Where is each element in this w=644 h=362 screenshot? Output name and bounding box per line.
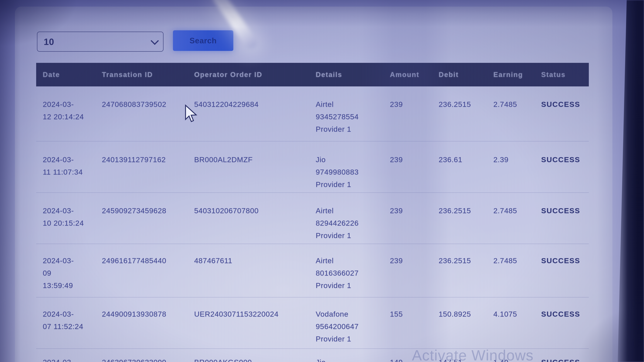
cell-transaction-id: 247068083739502 xyxy=(102,98,194,141)
cell-status: SUCCESS xyxy=(541,356,589,362)
table-row: 2024-03-10 20:15:24245909273459628540310… xyxy=(36,193,589,244)
cell-date: 2024-03-11 11:07:34 xyxy=(43,153,102,192)
table-body: 2024-03-12 20:14:24247068083739502540312… xyxy=(36,86,589,362)
cell-amount: 239 xyxy=(390,254,439,297)
cell-status: SUCCESS xyxy=(541,204,589,244)
cell-operator-order-id: 540310206707800 xyxy=(194,204,316,244)
transactions-table: DateTransation IDOperator Order IDDetail… xyxy=(36,63,589,362)
column-header: Debit xyxy=(439,71,494,78)
column-header: Operator Order ID xyxy=(194,71,316,78)
cell-debit: 150.8925 xyxy=(439,308,494,349)
cell-details: Vodafone9564200647Provider 1 xyxy=(316,308,390,349)
cell-earning: 2.7485 xyxy=(494,204,541,244)
cell-status: SUCCESS xyxy=(541,308,589,349)
cell-earning: 2.7485 xyxy=(494,98,541,141)
table-header-row: DateTransation IDOperator Order IDDetail… xyxy=(36,63,589,86)
cell-date: 2024-03-0913:59:49 xyxy=(43,254,102,297)
cell-amount: 239 xyxy=(390,204,439,244)
page-background: 10 Search DateTransation IDOperator Orde… xyxy=(0,0,644,362)
cell-status: SUCCESS xyxy=(541,153,589,192)
cell-transaction-id: 244900913930878 xyxy=(102,308,194,349)
cell-details: Jio xyxy=(316,356,390,362)
cell-date: 2024-03- xyxy=(43,356,102,362)
column-header: Earning xyxy=(494,71,541,78)
cell-details: Airtel8016366027Provider 1 xyxy=(316,254,390,297)
cell-debit: 236.2515 xyxy=(439,204,494,244)
table-row: 2024-03-12 20:14:24247068083739502540312… xyxy=(36,86,589,141)
cell-operator-order-id: 540312204229684 xyxy=(194,98,316,141)
cell-status: SUCCESS xyxy=(541,98,589,141)
column-header: Details xyxy=(316,71,390,78)
cell-date: 2024-03-12 20:14:24 xyxy=(43,98,102,141)
activate-windows-watermark: Activate Windows xyxy=(412,347,534,362)
cell-details: Airtel8294426226Provider 1 xyxy=(316,204,390,244)
cell-operator-order-id: UER2403071153220024 xyxy=(194,308,316,349)
cell-debit: 236.2515 xyxy=(439,98,494,141)
table-row: 2024-03-11 11:07:34240139112797162BR000A… xyxy=(36,141,589,193)
cell-details: Airtel9345278554Provider 1 xyxy=(316,98,390,141)
cell-operator-order-id: 487467611 xyxy=(194,254,316,297)
cell-date: 2024-03-10 20:15:24 xyxy=(43,204,102,244)
cell-transaction-id: 249616177485440 xyxy=(102,254,194,297)
cell-amount: 239 xyxy=(390,98,439,141)
cell-operator-order-id: BR000AL2DMZF xyxy=(194,153,316,192)
cell-amount: 239 xyxy=(390,153,439,192)
cell-debit: 236.61 xyxy=(439,153,494,192)
column-header: Amount xyxy=(390,71,439,78)
column-header: Status xyxy=(541,71,589,78)
mouse-cursor-icon xyxy=(184,104,199,124)
table-row: 2024-03-0913:59:492496161774854404874676… xyxy=(36,244,589,298)
photographed-screen: 10 Search DateTransation IDOperator Orde… xyxy=(0,0,644,362)
search-button[interactable]: Search xyxy=(173,30,233,51)
page-size-value: 10 xyxy=(44,36,54,47)
cell-details: Jio9749980883Provider 1 xyxy=(316,153,390,192)
chevron-down-icon xyxy=(150,37,159,45)
cell-debit: 236.2515 xyxy=(439,254,494,297)
cell-transaction-id: 240139112797162 xyxy=(102,153,194,192)
cell-transaction-id: 245909273459628 xyxy=(102,204,194,244)
column-header: Date xyxy=(43,71,102,78)
column-header: Transation ID xyxy=(102,71,194,78)
cell-date: 2024-03-07 11:52:24 xyxy=(43,308,102,349)
cell-status: SUCCESS xyxy=(541,254,589,297)
cell-earning: 2.7485 xyxy=(494,254,541,297)
cell-earning: 2.39 xyxy=(494,153,541,192)
cell-transaction-id: 246396730633099 xyxy=(102,356,194,362)
table-row: 2024-03-07 11:52:24244900913930878UER240… xyxy=(36,298,589,349)
search-button-label: Search xyxy=(190,36,217,45)
cell-amount: 155 xyxy=(390,308,439,349)
cell-operator-order-id: BR000AKGS000 xyxy=(194,356,316,362)
page-size-select[interactable]: 10 xyxy=(37,31,164,52)
cell-earning: 4.1075 xyxy=(494,308,541,349)
